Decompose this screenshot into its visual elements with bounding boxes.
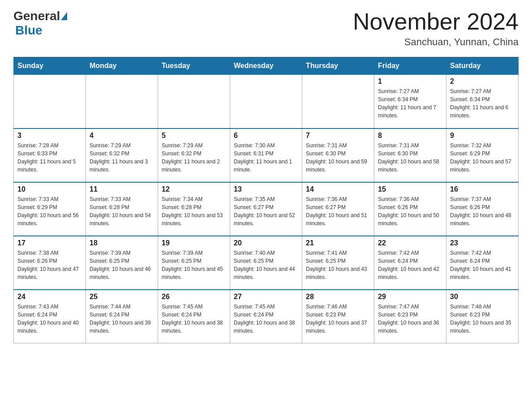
header-monday: Monday xyxy=(86,57,158,75)
day-number: 26 xyxy=(162,293,226,301)
title-section: November 2024 Sanchuan, Yunnan, China xyxy=(353,9,519,48)
calendar-week-3: 10Sunrise: 7:33 AMSunset: 6:29 PMDayligh… xyxy=(14,182,519,236)
header-friday: Friday xyxy=(374,57,446,75)
day-info: Sunrise: 7:29 AMSunset: 6:32 PMDaylight:… xyxy=(162,141,226,174)
calendar-cell: 7Sunrise: 7:31 AMSunset: 6:30 PMDaylight… xyxy=(302,128,374,182)
calendar-cell: 8Sunrise: 7:31 AMSunset: 6:30 PMDaylight… xyxy=(374,128,446,182)
day-info: Sunrise: 7:30 AMSunset: 6:31 PMDaylight:… xyxy=(234,141,298,174)
day-info: Sunrise: 7:45 AMSunset: 6:24 PMDaylight:… xyxy=(162,303,226,335)
day-info: Sunrise: 7:32 AMSunset: 6:29 PMDaylight:… xyxy=(450,141,515,174)
day-info: Sunrise: 7:29 AMSunset: 6:32 PMDaylight:… xyxy=(90,141,154,174)
calendar-cell: 1Sunrise: 7:27 AMSunset: 6:34 PMDaylight… xyxy=(374,75,446,128)
day-info: Sunrise: 7:33 AMSunset: 6:28 PMDaylight:… xyxy=(90,195,154,227)
calendar-cell: 26Sunrise: 7:45 AMSunset: 6:24 PMDayligh… xyxy=(158,290,230,343)
calendar-cell: 10Sunrise: 7:33 AMSunset: 6:29 PMDayligh… xyxy=(14,182,86,236)
header-wednesday: Wednesday xyxy=(230,57,302,75)
day-number: 16 xyxy=(450,185,515,193)
weekday-header-row: Sunday Monday Tuesday Wednesday Thursday… xyxy=(14,57,519,75)
day-info: Sunrise: 7:42 AMSunset: 6:24 PMDaylight:… xyxy=(378,249,442,281)
day-number: 9 xyxy=(450,132,515,140)
calendar-cell: 6Sunrise: 7:30 AMSunset: 6:31 PMDaylight… xyxy=(230,128,302,182)
day-info: Sunrise: 7:40 AMSunset: 6:25 PMDaylight:… xyxy=(234,249,298,281)
day-number: 25 xyxy=(90,293,154,301)
day-info: Sunrise: 7:31 AMSunset: 6:30 PMDaylight:… xyxy=(378,141,442,174)
day-info: Sunrise: 7:36 AMSunset: 6:27 PMDaylight:… xyxy=(306,195,370,227)
day-info: Sunrise: 7:33 AMSunset: 6:29 PMDaylight:… xyxy=(17,195,82,227)
calendar-cell: 15Sunrise: 7:36 AMSunset: 6:26 PMDayligh… xyxy=(374,182,446,236)
day-number: 4 xyxy=(90,132,154,140)
day-info: Sunrise: 7:37 AMSunset: 6:26 PMDaylight:… xyxy=(450,195,515,227)
day-number: 27 xyxy=(234,293,298,301)
calendar-week-2: 3Sunrise: 7:28 AMSunset: 6:33 PMDaylight… xyxy=(14,128,519,182)
calendar-cell: 23Sunrise: 7:42 AMSunset: 6:24 PMDayligh… xyxy=(446,236,519,290)
day-number: 29 xyxy=(378,293,442,301)
logo: General Blue xyxy=(13,9,68,38)
month-title: November 2024 xyxy=(353,9,519,34)
day-number: 8 xyxy=(378,132,442,140)
calendar-table: Sunday Monday Tuesday Wednesday Thursday… xyxy=(13,57,519,343)
calendar-cell: 25Sunrise: 7:44 AMSunset: 6:24 PMDayligh… xyxy=(86,290,158,343)
page-header: General Blue November 2024 Sanchuan, Yun… xyxy=(13,9,519,48)
day-info: Sunrise: 7:31 AMSunset: 6:30 PMDaylight:… xyxy=(306,141,370,174)
calendar-week-1: 1Sunrise: 7:27 AMSunset: 6:34 PMDaylight… xyxy=(14,75,519,128)
calendar-cell: 5Sunrise: 7:29 AMSunset: 6:32 PMDaylight… xyxy=(158,128,230,182)
calendar-week-5: 24Sunrise: 7:43 AMSunset: 6:24 PMDayligh… xyxy=(14,290,519,343)
day-info: Sunrise: 7:34 AMSunset: 6:28 PMDaylight:… xyxy=(162,195,226,227)
day-info: Sunrise: 7:35 AMSunset: 6:27 PMDaylight:… xyxy=(234,195,298,227)
calendar-cell: 4Sunrise: 7:29 AMSunset: 6:32 PMDaylight… xyxy=(86,128,158,182)
calendar-cell: 9Sunrise: 7:32 AMSunset: 6:29 PMDaylight… xyxy=(446,128,519,182)
day-number: 12 xyxy=(162,185,226,193)
day-number: 1 xyxy=(378,77,442,86)
calendar-cell: 29Sunrise: 7:47 AMSunset: 6:23 PMDayligh… xyxy=(374,290,446,343)
day-number: 24 xyxy=(17,293,82,301)
calendar-cell: 24Sunrise: 7:43 AMSunset: 6:24 PMDayligh… xyxy=(14,290,86,343)
day-number: 22 xyxy=(378,239,442,247)
day-number: 20 xyxy=(234,239,298,247)
day-number: 13 xyxy=(234,185,298,193)
day-info: Sunrise: 7:47 AMSunset: 6:23 PMDaylight:… xyxy=(378,303,442,335)
day-number: 14 xyxy=(306,185,370,193)
calendar-cell: 22Sunrise: 7:42 AMSunset: 6:24 PMDayligh… xyxy=(374,236,446,290)
day-number: 17 xyxy=(17,239,82,247)
calendar-cell: 21Sunrise: 7:41 AMSunset: 6:25 PMDayligh… xyxy=(302,236,374,290)
calendar-cell: 13Sunrise: 7:35 AMSunset: 6:27 PMDayligh… xyxy=(230,182,302,236)
day-info: Sunrise: 7:41 AMSunset: 6:25 PMDaylight:… xyxy=(306,249,370,281)
calendar-cell: 2Sunrise: 7:27 AMSunset: 6:34 PMDaylight… xyxy=(446,75,519,128)
calendar-cell: 20Sunrise: 7:40 AMSunset: 6:25 PMDayligh… xyxy=(230,236,302,290)
day-number: 18 xyxy=(90,239,154,247)
day-info: Sunrise: 7:27 AMSunset: 6:34 PMDaylight:… xyxy=(378,87,442,120)
location-title: Sanchuan, Yunnan, China xyxy=(353,36,519,48)
calendar-week-4: 17Sunrise: 7:38 AMSunset: 6:26 PMDayligh… xyxy=(14,236,519,290)
calendar-cell xyxy=(230,75,302,128)
calendar-cell xyxy=(158,75,230,128)
calendar-cell: 11Sunrise: 7:33 AMSunset: 6:28 PMDayligh… xyxy=(86,182,158,236)
header-saturday: Saturday xyxy=(446,57,519,75)
day-number: 3 xyxy=(17,132,82,140)
day-info: Sunrise: 7:46 AMSunset: 6:23 PMDaylight:… xyxy=(306,303,370,335)
day-number: 11 xyxy=(90,185,154,193)
calendar-cell xyxy=(302,75,374,128)
day-number: 10 xyxy=(17,185,82,193)
day-number: 28 xyxy=(306,293,370,301)
calendar-cell: 17Sunrise: 7:38 AMSunset: 6:26 PMDayligh… xyxy=(14,236,86,290)
calendar-cell: 18Sunrise: 7:39 AMSunset: 6:25 PMDayligh… xyxy=(86,236,158,290)
day-info: Sunrise: 7:39 AMSunset: 6:25 PMDaylight:… xyxy=(162,249,226,281)
logo-blue: Blue xyxy=(15,23,43,37)
header-sunday: Sunday xyxy=(14,57,86,75)
calendar-cell xyxy=(14,75,86,128)
day-info: Sunrise: 7:44 AMSunset: 6:24 PMDaylight:… xyxy=(90,303,154,335)
calendar-cell: 27Sunrise: 7:45 AMSunset: 6:24 PMDayligh… xyxy=(230,290,302,343)
header-thursday: Thursday xyxy=(302,57,374,75)
day-info: Sunrise: 7:38 AMSunset: 6:26 PMDaylight:… xyxy=(17,249,82,281)
calendar-cell: 19Sunrise: 7:39 AMSunset: 6:25 PMDayligh… xyxy=(158,236,230,290)
calendar-cell xyxy=(86,75,158,128)
day-info: Sunrise: 7:45 AMSunset: 6:24 PMDaylight:… xyxy=(234,303,298,335)
day-number: 21 xyxy=(306,239,370,247)
day-info: Sunrise: 7:43 AMSunset: 6:24 PMDaylight:… xyxy=(17,303,82,335)
calendar-cell: 14Sunrise: 7:36 AMSunset: 6:27 PMDayligh… xyxy=(302,182,374,236)
day-number: 7 xyxy=(306,132,370,140)
header-tuesday: Tuesday xyxy=(158,57,230,75)
calendar-cell: 28Sunrise: 7:46 AMSunset: 6:23 PMDayligh… xyxy=(302,290,374,343)
calendar-cell: 30Sunrise: 7:48 AMSunset: 6:23 PMDayligh… xyxy=(446,290,519,343)
day-number: 19 xyxy=(162,239,226,247)
